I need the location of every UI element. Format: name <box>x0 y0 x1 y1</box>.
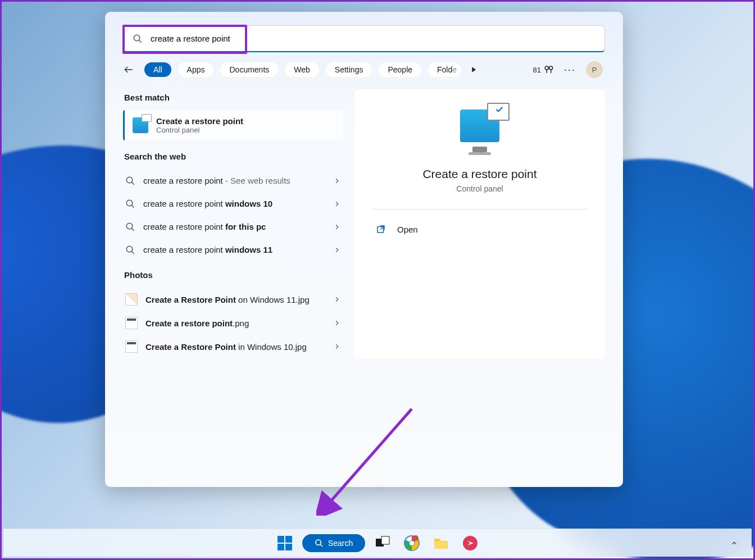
photo-result-text: Create a Restore Point in Windows 10.jpg <box>145 341 325 353</box>
details-subtitle: Control panel <box>456 184 503 193</box>
web-result-text: create a restore point windows 11 <box>143 244 325 256</box>
chevron-right-icon <box>333 177 341 185</box>
image-thumbnail-icon <box>125 293 138 306</box>
search-box[interactable] <box>123 25 605 52</box>
chevron-right-icon <box>333 200 341 208</box>
rewards-icon <box>544 65 554 75</box>
svg-line-9 <box>131 205 134 208</box>
svg-point-0 <box>134 35 140 41</box>
web-result-3[interactable]: create a restore point windows 11 <box>123 238 343 261</box>
svg-line-19 <box>320 544 322 547</box>
tray-chevron-up-icon[interactable] <box>730 539 738 547</box>
web-result-text: create a restore point windows 10 <box>143 198 325 210</box>
svg-point-26 <box>413 535 419 541</box>
restore-point-large-icon <box>460 110 499 142</box>
folder-icon <box>433 535 449 551</box>
scroll-right-icon[interactable] <box>469 65 478 74</box>
details-panel: Create a restore point Control panel Ope… <box>354 89 605 358</box>
divider <box>371 209 588 210</box>
svg-rect-21 <box>381 536 389 544</box>
monitor-stand-decor <box>472 147 487 152</box>
search-icon <box>125 245 135 255</box>
image-thumbnail-icon <box>125 340 138 353</box>
best-match-subtitle: Control panel <box>156 126 243 134</box>
svg-point-25 <box>410 541 414 545</box>
svg-line-7 <box>131 182 134 185</box>
svg-point-6 <box>126 177 133 183</box>
user-avatar[interactable]: P <box>586 61 603 78</box>
best-match-title: Create a restore point <box>156 116 243 126</box>
taskbar-search-label: Search <box>328 539 353 548</box>
web-result-0[interactable]: create a restore point - See web results <box>123 169 343 192</box>
filter-settings[interactable]: Settings <box>326 62 372 77</box>
filter-apps[interactable]: Apps <box>178 62 214 77</box>
chevron-right-icon <box>333 295 341 303</box>
photo-result-text: Create a restore point.png <box>145 317 325 329</box>
web-result-1[interactable]: create a restore point windows 10 <box>123 192 343 215</box>
filter-folders[interactable]: Folde <box>428 62 461 77</box>
svg-point-12 <box>126 246 133 252</box>
image-thumbnail-icon <box>125 317 138 329</box>
chevron-right-icon <box>333 223 341 231</box>
chevron-right-icon <box>333 319 341 327</box>
web-result-text: create a restore point - See web results <box>143 175 325 186</box>
filter-row: All Apps Documents Web Settings People F… <box>123 62 605 77</box>
svg-point-10 <box>126 223 133 229</box>
open-external-icon <box>376 224 386 234</box>
photos-heading: Photos <box>124 270 343 280</box>
details-title: Create a restore point <box>422 167 536 181</box>
restore-point-icon <box>133 117 148 133</box>
chevron-right-icon <box>333 246 341 254</box>
search-icon <box>125 222 135 232</box>
filter-documents[interactable]: Documents <box>220 62 278 77</box>
search-icon <box>125 199 135 209</box>
task-view-icon <box>375 535 390 551</box>
best-match-heading: Best match <box>124 93 343 102</box>
app-circle-icon <box>462 535 478 551</box>
chevron-right-icon <box>333 343 341 350</box>
svg-line-1 <box>139 40 142 43</box>
filter-people[interactable]: People <box>379 62 421 77</box>
photo-result-2[interactable]: Create a Restore Point in Windows 10.jpg <box>123 335 343 358</box>
svg-point-18 <box>316 540 321 545</box>
search-flyout-panel: All Apps Documents Web Settings People F… <box>105 12 623 487</box>
monitor-base-decor <box>469 152 491 155</box>
back-arrow-icon[interactable] <box>123 64 134 75</box>
search-icon <box>315 539 324 548</box>
svg-line-11 <box>131 228 134 231</box>
search-web-heading: Search the web <box>124 152 343 161</box>
start-button[interactable] <box>273 531 297 555</box>
chrome-button[interactable] <box>400 531 424 555</box>
svg-line-13 <box>131 251 134 254</box>
search-icon <box>133 34 143 44</box>
task-view-button[interactable] <box>371 531 394 555</box>
results-left-column: Best match Create a restore point Contro… <box>123 89 343 358</box>
open-action-label: Open <box>397 225 418 234</box>
results-content: Best match Create a restore point Contro… <box>123 89 605 358</box>
web-result-text: create a restore point for this pc <box>143 221 325 233</box>
header-actions: 81 ··· P <box>533 61 603 78</box>
web-result-2[interactable]: create a restore point for this pc <box>123 215 343 238</box>
open-action[interactable]: Open <box>371 221 588 238</box>
taskbar: Search <box>3 529 752 557</box>
file-explorer-button[interactable] <box>429 531 453 555</box>
filter-web[interactable]: Web <box>285 62 319 77</box>
chrome-icon <box>404 535 420 551</box>
filter-all[interactable]: All <box>144 62 171 77</box>
photo-result-text: Create a Restore Point on Windows 11.jpg <box>145 294 325 306</box>
svg-point-8 <box>126 200 133 206</box>
more-options-icon[interactable]: ··· <box>564 64 576 76</box>
photo-result-0[interactable]: Create a Restore Point on Windows 11.jpg <box>123 288 343 311</box>
rewards-badge[interactable]: 81 <box>533 65 554 75</box>
best-match-item[interactable]: Create a restore point Control panel <box>123 110 343 140</box>
search-input[interactable] <box>151 34 595 43</box>
svg-marker-3 <box>472 67 476 72</box>
rewards-points: 81 <box>533 66 541 74</box>
photo-result-1[interactable]: Create a restore point.png <box>123 311 343 335</box>
svg-point-4 <box>545 66 548 70</box>
windows-logo-icon <box>278 536 292 550</box>
app-button[interactable] <box>458 531 482 555</box>
search-icon <box>125 176 135 186</box>
svg-point-5 <box>549 66 553 70</box>
taskbar-search-button[interactable]: Search <box>302 534 365 552</box>
